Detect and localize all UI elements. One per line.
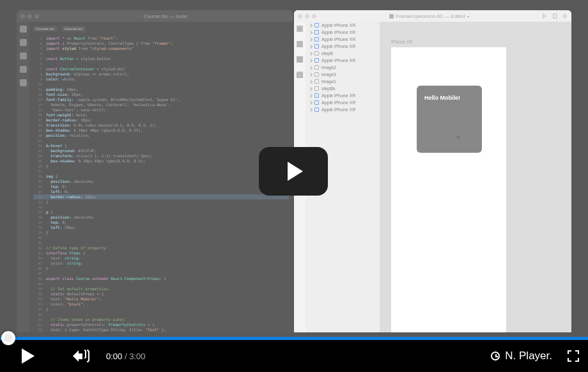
code-line[interactable]: 32 border-radius: 10px; [33,194,289,199]
code-line[interactable]: 50 // Set default properties [33,286,289,291]
code-line[interactable]: 9color: white; [33,77,289,82]
code-line[interactable]: 31 left: 0; [33,189,289,194]
layer-item[interactable]: Apple iPhone XR [306,29,380,36]
player-name[interactable]: N. Player. [505,350,552,362]
layer-item[interactable]: Apple iPhone XR [306,106,380,113]
device-icon[interactable] [552,13,557,19]
chevron-right-icon[interactable] [309,73,313,77]
clock-icon[interactable] [491,352,500,360]
mobile-card[interactable]: Hello Mobile! ↖ [417,86,482,153]
code-line[interactable]: 47 [33,271,289,276]
code-line[interactable]: 58 text: { type: ControlType.String, tit… [33,327,289,332]
zoom-icon[interactable] [35,14,39,19]
menu-icon[interactable] [297,41,303,47]
tab-course-1[interactable]: Course.tsx [33,26,57,31]
code-line[interactable]: 38 left: 20px; [33,225,289,230]
chevron-right-icon[interactable] [309,108,313,112]
layer-item[interactable]: Apple iPhone XR [306,57,380,64]
code-line[interactable]: 18transition: 0.8s cubic-bezier(0.2, 0.8… [33,123,289,128]
chevron-right-icon[interactable] [309,66,313,70]
code-line[interactable]: 27 [33,169,289,174]
code-line[interactable]: 53 color: "black", [33,302,289,307]
layer-item[interactable]: Apple iPhone XR [306,99,380,106]
code-line[interactable]: 26} [33,164,289,169]
play-pause-button[interactable] [22,348,35,364]
chevron-right-icon[interactable] [309,24,313,27]
share-icon[interactable] [562,13,568,19]
code-line[interactable]: 2import { PropertyControls, ControlType … [33,41,289,46]
code-line[interactable]: 40` [33,235,289,240]
code-line[interactable]: 44 text: string; [33,256,289,261]
playhead[interactable] [1,331,15,345]
code-line[interactable]: 48export class Course extends React.Comp… [33,276,289,281]
code-content[interactable]: 1import * as React from "react";2import … [33,33,289,332]
code-line[interactable]: 34 [33,205,289,210]
chevron-right-icon[interactable] [309,45,313,49]
code-line[interactable]: 1import * as React from "react"; [33,36,289,41]
code-line[interactable]: 16font-weight: bold; [33,112,289,118]
code-line[interactable]: 15 'Open-Sans', sans-serif; [33,107,289,112]
phone-canvas[interactable]: Hello Mobile! ↖ [391,47,506,332]
code-line[interactable]: 55 [33,312,289,317]
code-line[interactable]: 6 [33,61,289,66]
extensions-icon[interactable] [20,79,27,86]
layer-item[interactable]: Apple iPhone XR [306,22,380,29]
code-line[interactable]: 41 [33,240,289,245]
code-line[interactable]: 29 position: absolute; [33,179,289,184]
minimize-icon[interactable] [305,14,309,19]
layer-item[interactable]: image3 [306,71,380,78]
progress-bar[interactable] [0,337,588,340]
zoom-icon[interactable] [312,14,316,19]
code-line[interactable]: 37 top: 0; [33,220,289,225]
chevron-right-icon[interactable] [309,52,313,56]
chevron-down-icon[interactable]: ▾ [467,14,469,19]
code-line[interactable]: 36 position: absolute; [33,215,289,220]
code-line[interactable]: 39} [33,230,289,235]
code-line[interactable]: 3import styled from "styled-components" [33,46,289,51]
code-line[interactable]: 33} [33,199,289,205]
code-line[interactable]: 8background: ${props => props.color}; [33,72,289,77]
code-line[interactable]: 25 box-shadow: 0 30px 60px rgba(0,0,0, 0… [33,159,289,164]
layer-item[interactable]: Apple iPhone XR [306,43,380,50]
chevron-right-icon[interactable] [309,87,313,91]
close-icon[interactable] [298,14,302,19]
explorer-icon[interactable] [20,26,27,33]
code-line[interactable]: 13font-family: -apple-system, BlinkMacSy… [33,97,289,102]
code-line[interactable]: 12font-size: 18px; [33,92,289,97]
chevron-right-icon[interactable] [309,59,313,63]
code-line[interactable]: 46} [33,266,289,271]
fullscreen-button[interactable] [568,350,579,362]
code-line[interactable]: 42// Define type of property [33,245,289,251]
layer-item[interactable]: stepBk [306,85,380,92]
play-icon[interactable] [542,13,547,19]
chevron-right-icon[interactable] [309,94,313,98]
code-line[interactable]: 21 [33,138,289,143]
chevron-right-icon[interactable] [309,101,313,105]
code-line[interactable]: 28img { [33,174,289,179]
code-line[interactable]: 43interface Props { [33,251,289,256]
code-line[interactable]: 24 transform: scale(1.1, 1.1) translateY… [33,153,289,159]
chevron-right-icon[interactable] [309,31,313,35]
code-line[interactable]: 20position: relative; [33,133,289,138]
package-icon[interactable] [297,72,303,78]
layer-item[interactable]: Apple iPhone XR [306,92,380,99]
volume-button[interactable] [73,350,89,362]
tab-course-2[interactable]: Course.tsx [62,26,86,31]
code-line[interactable]: 22&:hover { [33,143,289,148]
code-line[interactable]: 19box-shadow: 0 20px 40px rgba(0,0,0, 0.… [33,128,289,133]
chevron-right-icon[interactable] [309,80,313,84]
layer-item[interactable]: image2 [306,64,380,71]
code-line[interactable]: 49 [33,281,289,286]
search-icon[interactable] [20,39,27,46]
code-line[interactable]: 17border-radius: 10px; [33,118,289,123]
code-line[interactable]: 10 [33,82,289,87]
editor-area[interactable]: Course.tsx Course.tsx 1import * as React… [29,22,293,332]
source-control-icon[interactable] [20,52,27,59]
layer-item[interactable]: stepB [306,50,380,57]
layer-item[interactable]: Apple iPhone XR [306,36,380,43]
code-line[interactable]: 51 static defaultProps = { [33,291,289,297]
chevron-right-icon[interactable] [309,38,313,42]
code-line[interactable]: 23 background: #212C4F; [33,148,289,153]
debug-icon[interactable] [20,66,27,73]
code-line[interactable]: 11padding: 20px; [33,87,289,92]
